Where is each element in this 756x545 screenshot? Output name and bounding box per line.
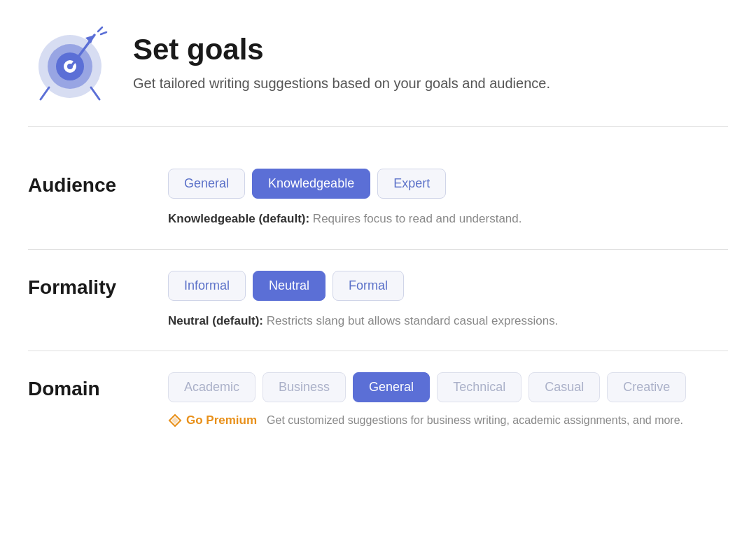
domain-business-button[interactable]: Business (262, 372, 346, 402)
formality-description: Neutral (default): Restricts slang but a… (168, 312, 728, 330)
audience-description-text: Requires focus to read and understand. (309, 212, 522, 225)
target-icon (28, 21, 112, 105)
go-premium-link[interactable]: Go Premium (168, 413, 257, 427)
premium-row: Go Premium Get customized suggestions fo… (168, 413, 728, 427)
header-section: Set goals Get tailored writing suggestio… (28, 21, 728, 127)
formality-description-bold: Neutral (default): (168, 314, 263, 327)
domain-content: Academic Business General Technical Casu… (168, 372, 728, 427)
svg-line-8 (101, 32, 106, 34)
audience-description-bold: Knowledgeable (default): (168, 212, 309, 225)
audience-expert-button[interactable]: Expert (377, 169, 446, 199)
svg-line-7 (98, 27, 102, 31)
audience-button-group: General Knowledgeable Expert (168, 169, 728, 199)
svg-line-10 (91, 87, 99, 99)
audience-label: Audience (28, 169, 140, 197)
domain-casual-button[interactable]: Casual (528, 372, 600, 402)
formality-button-group: Informal Neutral Formal (168, 271, 728, 301)
audience-content: General Knowledgeable Expert Knowledgeab… (168, 169, 728, 228)
page-title: Set goals (133, 33, 550, 66)
audience-description: Knowledgeable (default): Requires focus … (168, 210, 728, 228)
domain-general-button[interactable]: General (353, 372, 430, 402)
diamond-icon (168, 413, 182, 427)
audience-knowledgeable-button[interactable]: Knowledgeable (252, 169, 370, 199)
formality-section: Formality Informal Neutral Formal Neutra… (28, 250, 728, 352)
formality-description-text: Restricts slang but allows standard casu… (263, 314, 558, 327)
formality-content: Informal Neutral Formal Neutral (default… (168, 271, 728, 330)
domain-label: Domain (28, 372, 140, 400)
premium-description: Get customized suggestions for business … (267, 414, 683, 427)
formality-informal-button[interactable]: Informal (168, 271, 246, 301)
svg-line-9 (41, 87, 49, 99)
header-text: Set goals Get tailored writing suggestio… (133, 33, 550, 93)
audience-general-button[interactable]: General (168, 169, 245, 199)
formality-label: Formality (28, 271, 140, 299)
domain-button-group: Academic Business General Technical Casu… (168, 372, 728, 402)
formality-neutral-button[interactable]: Neutral (253, 271, 326, 301)
page-description: Get tailored writing suggestions based o… (133, 73, 550, 93)
domain-technical-button[interactable]: Technical (437, 372, 522, 402)
domain-creative-button[interactable]: Creative (607, 372, 686, 402)
formality-formal-button[interactable]: Formal (332, 271, 404, 301)
domain-section: Domain Academic Business General Technic… (28, 351, 728, 448)
domain-academic-button[interactable]: Academic (168, 372, 255, 402)
audience-section: Audience General Knowledgeable Expert Kn… (28, 148, 728, 250)
